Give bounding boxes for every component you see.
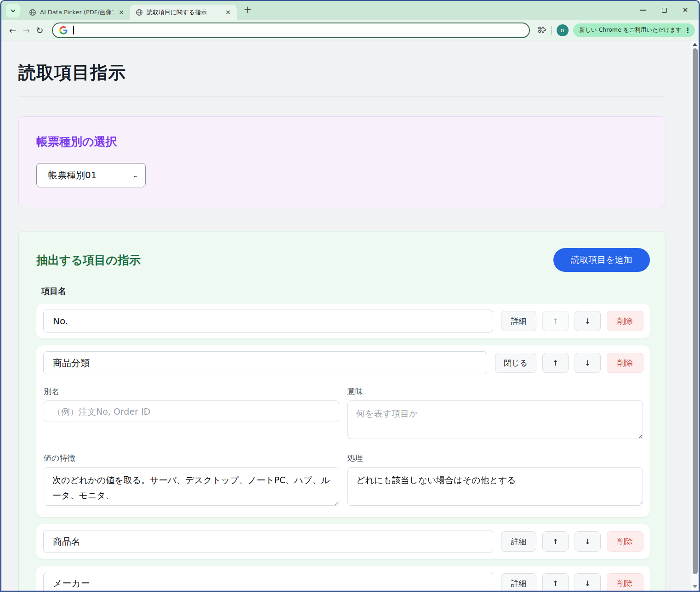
- page-title: 読取項目指示: [18, 61, 691, 85]
- maximize-button[interactable]: [654, 1, 675, 19]
- tab-strip: AI Data Picker (PDF/画像プレビュ ✕ 読取項目に関する指示 …: [1, 1, 699, 20]
- toolbar-right: o 新しい Chrome をご利用いただけます ⋮: [536, 23, 695, 37]
- tab-search-button[interactable]: [6, 4, 20, 17]
- move-up-button[interactable]: ↑: [542, 353, 569, 373]
- close-tab-icon[interactable]: ✕: [224, 8, 232, 17]
- item-row: 詳細 ↑ ↓ 削除: [36, 566, 650, 591]
- vertical-scrollbar[interactable]: [691, 40, 699, 591]
- minimize-button[interactable]: [632, 1, 654, 19]
- kebab-menu-icon[interactable]: ⋮: [684, 26, 691, 34]
- tab-title: 読取項目に関する指示: [147, 8, 220, 17]
- window-controls: ✕: [632, 1, 696, 19]
- forward-button[interactable]: →: [20, 23, 32, 38]
- extraction-items-section: 抽出する項目の指示 読取項目を追加 項目名 詳細 ↑ ↓ 削除: [18, 231, 666, 591]
- item-name-input[interactable]: [43, 310, 493, 333]
- tab-ai-data-picker[interactable]: AI Data Picker (PDF/画像プレビュ ✕: [23, 5, 130, 20]
- address-bar[interactable]: [52, 23, 530, 38]
- value-features-textarea[interactable]: 次のどれかの値を取る。サーバ、デスクトップ、ノートPC、ハブ、ルータ、モニタ、: [44, 467, 339, 506]
- item-row-expanded: 閉じる ↑ ↓ 削除 別名 意味: [36, 345, 650, 517]
- move-up-button[interactable]: ↑: [542, 573, 569, 591]
- chevron-down-icon: [10, 8, 16, 14]
- delete-button[interactable]: 削除: [607, 573, 643, 591]
- maximize-icon: [662, 8, 667, 13]
- add-item-button[interactable]: 読取項目を追加: [553, 248, 650, 272]
- extensions-icon[interactable]: [536, 25, 546, 35]
- page-content: 読取項目指示 帳票種別の選択 帳票種別01 ⌄ 抽出する項目の指示 読取項目を追…: [1, 40, 691, 591]
- form-type-section: 帳票種別の選択 帳票種別01 ⌄: [18, 116, 666, 207]
- move-up-button[interactable]: ↑: [542, 311, 569, 331]
- details-button[interactable]: 詳細: [501, 531, 536, 552]
- item-name-input[interactable]: [43, 530, 493, 553]
- item-name-input[interactable]: [43, 351, 487, 374]
- divider: [18, 96, 666, 97]
- item-name-input[interactable]: [43, 572, 493, 591]
- globe-icon: [136, 9, 143, 16]
- meaning-textarea[interactable]: [347, 400, 643, 439]
- item-row: 詳細 ↑ ↓ 削除: [36, 524, 650, 559]
- chrome-update-label: 新しい Chrome をご利用いただけます: [580, 26, 682, 34]
- move-down-button[interactable]: ↓: [575, 573, 601, 591]
- processing-textarea[interactable]: どれにも該当しない場合はその他とする: [347, 467, 643, 506]
- tab-title: AI Data Picker (PDF/画像プレビュ: [40, 8, 114, 17]
- alias-input[interactable]: [44, 400, 339, 422]
- processing-label: 処理: [347, 453, 643, 463]
- delete-button[interactable]: 削除: [607, 353, 643, 373]
- item-details: 別名 意味 値の特徴 次のどれかの値を取る。サーバ、デスクトップ、ノートPC、ハ…: [44, 386, 643, 507]
- back-button[interactable]: ←: [7, 23, 18, 38]
- form-type-select[interactable]: 帳票種別01 ⌄: [36, 163, 146, 187]
- reload-button[interactable]: ↻: [34, 23, 46, 38]
- profile-avatar[interactable]: o: [557, 24, 569, 36]
- globe-icon: [29, 9, 36, 16]
- form-type-heading: 帳票種別の選択: [36, 134, 648, 149]
- text-cursor: [73, 26, 74, 34]
- google-logo-icon: [59, 26, 68, 34]
- scroll-up-icon[interactable]: [693, 43, 697, 46]
- close-details-button[interactable]: 閉じる: [495, 353, 536, 373]
- chevron-down-icon: ⌄: [132, 172, 139, 179]
- alias-label: 別名: [44, 386, 339, 397]
- form-type-selected-value: 帳票種別01: [48, 169, 97, 181]
- delete-button[interactable]: 削除: [607, 531, 643, 552]
- items-heading: 抽出する項目の指示: [36, 253, 141, 268]
- minimize-icon: [640, 10, 646, 11]
- scrollbar-thumb[interactable]: [693, 48, 698, 574]
- meaning-label: 意味: [347, 386, 643, 397]
- browser-toolbar: ← → ↻ o 新しい Chrome をご利用いただけます ⋮: [1, 20, 699, 40]
- move-down-button[interactable]: ↓: [575, 531, 601, 552]
- close-tab-icon[interactable]: ✕: [117, 8, 125, 17]
- tab-reading-items[interactable]: 読取項目に関する指示 ✕: [130, 5, 237, 20]
- browser-window: AI Data Picker (PDF/画像プレビュ ✕ 読取項目に関する指示 …: [0, 0, 700, 592]
- move-up-button[interactable]: ↑: [542, 531, 569, 552]
- chrome-update-button[interactable]: 新しい Chrome をご利用いただけます ⋮: [573, 23, 695, 37]
- move-down-button[interactable]: ↓: [575, 311, 601, 331]
- scroll-down-icon[interactable]: [693, 585, 697, 588]
- item-row: 詳細 ↑ ↓ 削除: [36, 304, 650, 338]
- new-tab-button[interactable]: +: [241, 4, 254, 17]
- value-features-label: 値の特徴: [44, 453, 339, 463]
- item-name-label: 項目名: [41, 286, 650, 297]
- details-button[interactable]: 詳細: [501, 311, 536, 331]
- move-down-button[interactable]: ↓: [575, 353, 601, 373]
- close-window-button[interactable]: ✕: [675, 1, 696, 19]
- delete-button[interactable]: 削除: [607, 311, 643, 331]
- details-button[interactable]: 詳細: [501, 573, 536, 591]
- divider: [551, 26, 552, 35]
